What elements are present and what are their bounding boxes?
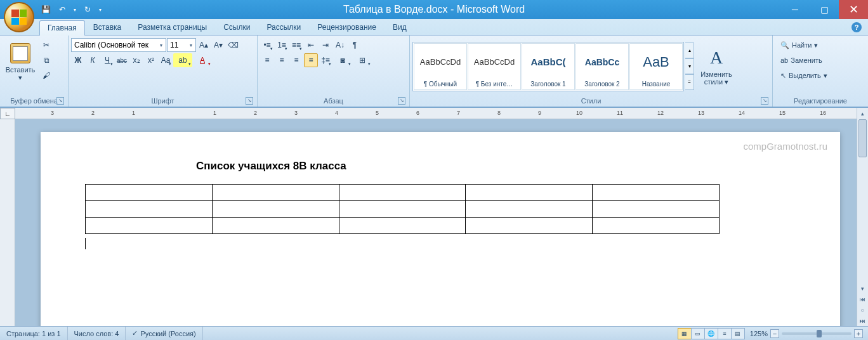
superscript-button[interactable]: x² <box>144 53 158 67</box>
indent-dec-icon[interactable]: ⇤ <box>304 38 318 52</box>
align-left-icon[interactable]: ≡ <box>260 53 274 67</box>
zoom-slider[interactable] <box>782 332 852 335</box>
tab-mailings[interactable]: Рассылки <box>258 20 309 35</box>
spellcheck-icon: ✓ <box>132 329 138 337</box>
style-normal[interactable]: AaBbCcDd¶ Обычный <box>414 43 467 90</box>
replace-button[interactable]: abЗаменить <box>777 53 831 67</box>
office-button[interactable] <box>4 2 34 32</box>
zoom-in-button[interactable]: + <box>854 329 863 338</box>
clipboard-launcher-icon[interactable]: ↘ <box>56 97 64 105</box>
style-title[interactable]: AaBНазвание <box>629 43 683 90</box>
format-painter-icon[interactable]: 🖌 <box>39 69 53 82</box>
tab-home[interactable]: Главная <box>39 20 85 36</box>
shading-icon[interactable]: ◙ <box>333 53 352 67</box>
italic-button[interactable]: К <box>86 53 100 67</box>
zoom-out-button[interactable]: − <box>770 329 779 338</box>
copy-icon[interactable]: ⧉ <box>39 53 53 67</box>
status-words[interactable]: Число слов: 4 <box>68 327 126 340</box>
view-draft-icon[interactable]: ▤ <box>731 328 745 339</box>
font-family-combo[interactable]: Calibri (Основной тек▾ <box>71 38 166 52</box>
styles-more-icon[interactable]: ≡ <box>685 74 694 90</box>
change-case-button[interactable]: Aa <box>159 53 173 67</box>
tab-selector[interactable]: ∟ <box>0 108 15 119</box>
cut-icon[interactable]: ✂ <box>39 38 53 52</box>
vertical-ruler[interactable]: ∟ <box>0 108 15 326</box>
horizontal-ruler[interactable]: 321 123 456 789 101112 131415 1617 <box>15 108 868 119</box>
align-right-icon[interactable]: ≡ <box>289 53 303 67</box>
align-center-icon[interactable]: ≡ <box>275 53 289 67</box>
document-heading[interactable]: Список учащихся 8В класса <box>196 160 796 173</box>
status-bar: Страница: 1 из 1 Число слов: 4 ✓Русский … <box>0 326 868 340</box>
underline-button[interactable]: Ч <box>100 53 114 67</box>
paste-button[interactable]: Вставить ▾ <box>3 37 38 88</box>
style-no-spacing[interactable]: AaBbCcDd¶ Без инте… <box>468 43 521 90</box>
grow-font-icon[interactable]: A▴ <box>197 38 211 52</box>
highlight-button[interactable]: ab <box>173 53 192 67</box>
clear-format-icon[interactable]: ⌫ <box>226 38 240 52</box>
document-table[interactable] <box>85 184 720 234</box>
shrink-font-icon[interactable]: A▾ <box>211 38 225 52</box>
tab-insert[interactable]: Вставка <box>85 20 130 35</box>
align-justify-icon[interactable]: ≡ <box>304 53 318 67</box>
undo-dropdown-icon[interactable]: ▾ <box>71 2 79 17</box>
view-outline-icon[interactable]: ≡ <box>718 328 732 339</box>
font-size-combo[interactable]: 11▾ <box>167 38 196 52</box>
next-page-icon[interactable]: ⏭ <box>857 315 868 326</box>
help-icon[interactable]: ? <box>852 22 862 32</box>
status-page[interactable]: Страница: 1 из 1 <box>0 327 68 340</box>
multilevel-icon[interactable]: ≡≡ <box>289 38 303 52</box>
font-color-button[interactable]: A <box>193 53 212 67</box>
qat-customize-icon[interactable]: ▾ <box>96 2 104 17</box>
browse-object-icon[interactable]: ○ <box>857 304 868 315</box>
sort-icon[interactable]: A↓ <box>333 38 347 52</box>
group-paragraph: •≡ 1≡ ≡≡ ⇤ ⇥ A↓ ¶ ≡ ≡ ≡ ≡ ‡≡ ◙ ⊞ Абзац↘ <box>258 36 410 107</box>
table-row[interactable] <box>86 185 720 201</box>
styles-up-icon[interactable]: ▴ <box>685 43 694 58</box>
scroll-up-icon[interactable]: ▴ <box>857 108 868 119</box>
scroll-thumb[interactable] <box>858 119 867 157</box>
view-reading-icon[interactable]: ▭ <box>691 328 705 339</box>
show-marks-icon[interactable]: ¶ <box>348 38 362 52</box>
view-print-layout-icon[interactable]: ▦ <box>678 328 692 339</box>
tab-page-layout[interactable]: Разметка страницы <box>129 20 215 35</box>
close-button[interactable]: ✕ <box>839 0 868 19</box>
undo-icon[interactable]: ↶ <box>55 2 70 17</box>
table-row[interactable] <box>86 218 720 234</box>
bullets-icon[interactable]: •≡ <box>260 38 274 52</box>
document-scroll[interactable]: compGramotnost.ru Список учащихся 8В кла… <box>15 119 868 326</box>
save-icon[interactable]: 💾 <box>38 2 53 17</box>
indent-inc-icon[interactable]: ⇥ <box>319 38 332 52</box>
find-button[interactable]: 🔍Найти ▾ <box>777 38 831 52</box>
redo-icon[interactable]: ↻ <box>80 2 95 17</box>
table-row[interactable] <box>86 201 720 218</box>
style-heading2[interactable]: AaBbCcЗаголовок 2 <box>575 43 629 90</box>
bold-button[interactable]: Ж <box>71 53 85 67</box>
subscript-button[interactable]: x₂ <box>129 53 143 67</box>
status-language[interactable]: ✓Русский (Россия) <box>126 327 202 340</box>
view-web-icon[interactable]: 🌐 <box>704 328 718 339</box>
tab-view[interactable]: Вид <box>385 20 415 35</box>
paste-label: Вставить <box>6 66 36 74</box>
group-styles-label: Стили↘ <box>412 96 770 107</box>
paragraph-launcher-icon[interactable]: ↘ <box>398 97 405 105</box>
zoom-value[interactable]: 125% <box>750 330 768 337</box>
style-heading1[interactable]: AaBbC(Заголовок 1 <box>522 43 575 90</box>
line-spacing-icon[interactable]: ‡≡ <box>319 53 332 67</box>
tab-references[interactable]: Ссылки <box>215 20 258 35</box>
scroll-down-icon[interactable]: ▾ <box>857 283 868 294</box>
select-button[interactable]: ↖Выделить ▾ <box>777 69 831 82</box>
vertical-scrollbar[interactable]: ▴ ▾ ⏮ ○ ⏭ <box>857 108 868 326</box>
tab-review[interactable]: Рецензирование <box>309 20 385 35</box>
styles-down-icon[interactable]: ▾ <box>685 58 694 74</box>
numbering-icon[interactable]: 1≡ <box>275 38 289 52</box>
styles-launcher-icon[interactable]: ↘ <box>761 97 768 105</box>
change-styles-button[interactable]: A Изменить стили ▾ <box>695 41 737 92</box>
page[interactable]: compGramotnost.ru Список учащихся 8В кла… <box>41 132 840 326</box>
minimize-button[interactable]: ─ <box>780 0 810 19</box>
prev-page-icon[interactable]: ⏮ <box>857 294 868 304</box>
strike-button[interactable]: abc <box>115 53 129 67</box>
borders-icon[interactable]: ⊞ <box>353 53 372 67</box>
replace-icon: ab <box>780 56 788 64</box>
maximize-button[interactable]: ▢ <box>810 0 839 19</box>
font-launcher-icon[interactable]: ↘ <box>246 97 253 105</box>
